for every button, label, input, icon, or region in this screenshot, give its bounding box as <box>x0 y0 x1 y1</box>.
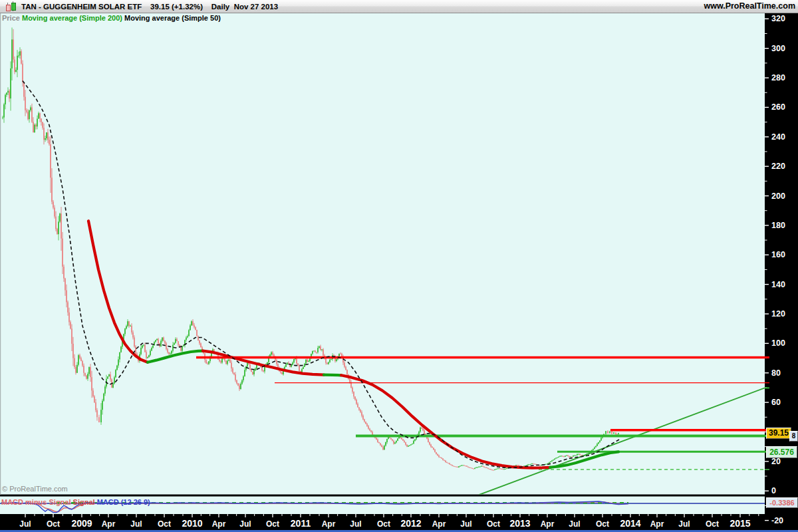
svg-text:Jul: Jul <box>678 519 690 529</box>
svg-text:120: 120 <box>771 309 785 319</box>
svg-text:240: 240 <box>771 132 785 142</box>
last-price-badge-subdigit: 8 <box>789 431 798 442</box>
svg-text:-20: -20 <box>771 516 783 525</box>
price-change: (+1.32%) <box>172 3 203 11</box>
indicator-legend: Price Moving average (Simple 200) Moving… <box>2 14 221 22</box>
last-price: 39.15 <box>150 3 170 11</box>
svg-text:Oct: Oct <box>266 519 279 529</box>
svg-text:Oct: Oct <box>47 519 60 529</box>
chart-window: TAN - GUGGENHEIM SOLAR ETF 39.15 (+1.32%… <box>0 0 798 532</box>
svg-text:Jul: Jul <box>569 519 580 529</box>
symbol-title: TAN - GUGGENHEIM SOLAR ETF <box>21 3 142 11</box>
svg-text:2015: 2015 <box>730 518 750 529</box>
svg-text:0: 0 <box>771 486 776 495</box>
chart-date: Nov 27 2013 <box>234 3 279 11</box>
svg-text:80: 80 <box>771 368 781 378</box>
site-link[interactable]: www.ProRealTime.com <box>704 1 795 11</box>
svg-text:220: 220 <box>771 162 785 171</box>
svg-text:2010: 2010 <box>182 518 202 529</box>
watermark: © ProRealTime.com <box>2 485 68 493</box>
plot-background[interactable] <box>0 13 765 532</box>
svg-text:Oct: Oct <box>596 519 609 529</box>
svg-text:Apr: Apr <box>212 519 226 529</box>
svg-text:300: 300 <box>771 44 785 53</box>
ma200-legend[interactable]: Moving average (Simple 200) <box>22 14 122 22</box>
candlestick-icon <box>5 1 17 11</box>
svg-text:Jul: Jul <box>350 519 361 529</box>
last-price-badge: 39.15 <box>766 428 791 439</box>
signal-legend[interactable]: Signal <box>73 498 95 506</box>
svg-text:2009: 2009 <box>71 518 92 529</box>
svg-text:Oct: Oct <box>377 519 390 529</box>
price-legend[interactable]: Price <box>2 14 20 22</box>
svg-text:200: 200 <box>771 192 785 201</box>
macd-value-badge: -0.3386 <box>766 497 798 508</box>
macd-legend: MACD minus Signal Signal MACD (12 26 9) <box>1 498 150 506</box>
title-bar: TAN - GUGGENHEIM SOLAR ETF 39.15 (+1.32%… <box>0 0 798 13</box>
svg-text:Jul: Jul <box>460 519 471 529</box>
svg-text:Oct: Oct <box>706 519 719 529</box>
timeframe[interactable]: Daily <box>211 3 230 11</box>
svg-text:100: 100 <box>771 338 785 348</box>
svg-text:Apr: Apr <box>432 519 446 529</box>
svg-text:2014: 2014 <box>620 518 640 529</box>
macd-minus-signal-legend[interactable]: MACD minus Signal <box>1 498 71 506</box>
svg-text:2011: 2011 <box>291 518 311 529</box>
ma200-line[interactable] <box>324 375 341 376</box>
pane-separator <box>0 495 765 497</box>
ma200-value-badge: 26.576 <box>766 446 797 458</box>
svg-text:2012: 2012 <box>400 518 421 529</box>
svg-text:2013: 2013 <box>509 518 530 529</box>
svg-text:320: 320 <box>771 14 785 23</box>
svg-text:Oct: Oct <box>487 519 500 529</box>
macd-series-legend[interactable]: MACD (12 26 9) <box>97 498 150 506</box>
svg-text:160: 160 <box>771 250 785 259</box>
svg-text:Oct: Oct <box>158 519 171 529</box>
window-left-edge <box>0 13 1 495</box>
svg-text:140: 140 <box>771 280 785 289</box>
svg-text:Apr: Apr <box>322 519 336 529</box>
svg-text:60: 60 <box>771 398 781 407</box>
svg-text:Jul: Jul <box>130 519 142 529</box>
svg-text:280: 280 <box>771 73 785 82</box>
svg-text:Jul: Jul <box>19 519 31 529</box>
svg-text:180: 180 <box>771 221 785 230</box>
svg-text:Apr: Apr <box>650 519 664 529</box>
svg-text:Apr: Apr <box>541 519 555 529</box>
svg-text:Apr: Apr <box>102 519 116 529</box>
ma50-legend[interactable]: Moving average (Simple 50) <box>124 14 221 22</box>
chart-canvas[interactable]: 3203002802602402202001801601401201008060… <box>0 0 798 532</box>
svg-text:Jul: Jul <box>239 519 251 529</box>
svg-text:260: 260 <box>771 102 785 112</box>
